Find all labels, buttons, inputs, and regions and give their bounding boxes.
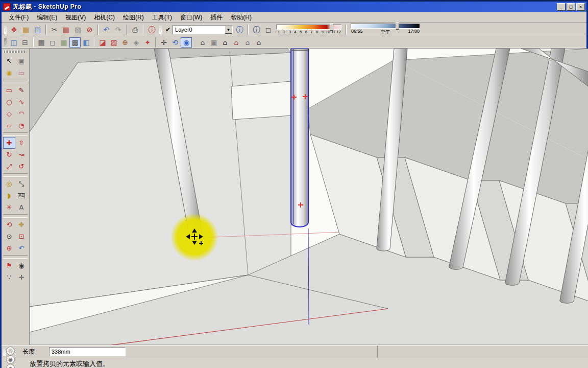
- photo-textures-button[interactable]: ✦: [142, 37, 153, 48]
- menu-item[interactable]: 工具(T): [148, 12, 176, 23]
- offset-tool[interactable]: ↺: [15, 160, 28, 172]
- close-button[interactable]: ✕: [576, 3, 585, 11]
- dimension-tool[interactable]: ⤡: [15, 178, 28, 190]
- iso-view-button[interactable]: ⌂: [197, 37, 208, 48]
- follow-me-tool[interactable]: ↝: [15, 149, 28, 160]
- toolbar-grip[interactable]: [159, 25, 162, 34]
- toolbar-grip[interactable]: [4, 38, 7, 47]
- shadow-toggle-button[interactable]: ◻: [262, 24, 274, 35]
- menu-item[interactable]: 编辑(E): [33, 12, 61, 23]
- time-slider-thumb[interactable]: [396, 22, 399, 30]
- orbit-mode-button[interactable]: ⟲: [169, 37, 181, 48]
- eraser-tool[interactable]: ▭: [15, 67, 28, 79]
- rotate-tool[interactable]: ↻: [3, 149, 15, 160]
- section-display-button[interactable]: ▨: [108, 37, 119, 48]
- look-around-button[interactable]: ◉: [181, 37, 192, 48]
- paste-button[interactable]: ▧: [72, 24, 84, 35]
- position-camera-tool[interactable]: ⚑: [3, 260, 15, 271]
- account-button[interactable]: ☻: [6, 364, 15, 368]
- menu-item[interactable]: 视图(V): [61, 12, 90, 23]
- layer-dropdown-arrow-icon[interactable]: ▼: [225, 26, 232, 34]
- menu-item[interactable]: 帮助(H): [227, 12, 256, 23]
- back-view-button[interactable]: ⌂: [242, 37, 253, 48]
- shadow-time-slider[interactable]: 06:55 中午 17:00: [351, 24, 420, 35]
- back-edges-button[interactable]: ⊟: [19, 37, 31, 48]
- right-view-button[interactable]: ⌂: [231, 37, 242, 48]
- hidden-line-button[interactable]: ◻: [47, 37, 58, 48]
- move-tool[interactable]: ✚: [3, 137, 15, 149]
- palette-grip[interactable]: [4, 51, 27, 53]
- minimize-button[interactable]: _: [557, 3, 566, 11]
- month-slider-track[interactable]: [276, 25, 341, 30]
- top-view-button[interactable]: ▣: [208, 37, 219, 48]
- line-tool[interactable]: ✎: [15, 84, 28, 96]
- paint-bucket-tool[interactable]: ◉: [3, 67, 15, 79]
- layer-manager-button[interactable]: ⓘ: [234, 24, 246, 35]
- menu-item[interactable]: 插件: [206, 12, 227, 23]
- wireframe-button[interactable]: ▦: [36, 37, 47, 48]
- maximize-button[interactable]: □: [567, 3, 575, 11]
- monochrome-button[interactable]: ◧: [81, 37, 92, 48]
- circle-tool[interactable]: ○: [3, 96, 15, 108]
- zoom-tool[interactable]: ⊙: [3, 231, 15, 242]
- rotated-rectangle-tool[interactable]: ▱: [3, 120, 15, 131]
- select-tool-icon: ↖: [7, 58, 12, 64]
- new-button[interactable]: ❖: [8, 24, 20, 35]
- open-button[interactable]: ▦: [20, 24, 32, 35]
- shadow-month-slider[interactable]: 123456789101112: [276, 25, 341, 34]
- protractor-tool[interactable]: ◗: [3, 190, 15, 201]
- navigation-compass-tool[interactable]: ✛: [15, 271, 28, 283]
- tape-measure-tool[interactable]: ◎: [3, 178, 15, 190]
- menu-item[interactable]: 文件(F): [5, 12, 33, 23]
- scale-tool[interactable]: ⤢: [3, 160, 15, 172]
- sketchup-window: 无标题 - SketchUp Pro _ □ ✕ 文件(F)编辑(E)视图(V)…: [0, 0, 588, 368]
- menu-item[interactable]: 窗口(W): [176, 12, 206, 23]
- erase-button[interactable]: ⊘: [84, 24, 95, 35]
- model-info-button[interactable]: ⓘ: [146, 24, 158, 35]
- print-button[interactable]: ⎙: [129, 24, 141, 35]
- left-view-button[interactable]: ⌂: [253, 37, 264, 48]
- text-tool[interactable]: A1: [15, 190, 28, 201]
- cut-button[interactable]: ✂: [48, 24, 60, 35]
- front-view-button[interactable]: ⌂: [219, 37, 231, 48]
- select-tool[interactable]: ↖: [3, 55, 15, 67]
- arc-tool[interactable]: ◠: [15, 108, 28, 120]
- time-slider-track[interactable]: [351, 24, 420, 29]
- shaded-button[interactable]: ■: [58, 37, 69, 48]
- toggle-terrain-button[interactable]: ◈: [131, 37, 142, 48]
- push-pull-tool[interactable]: ⇧: [15, 137, 28, 149]
- zoom-extents-tool[interactable]: ⊕: [3, 242, 15, 254]
- freehand-tool[interactable]: ∿: [15, 96, 28, 108]
- section-plane-button[interactable]: ◪: [97, 37, 108, 48]
- credit-button[interactable]: ◉: [6, 355, 15, 364]
- layer-combo[interactable]: Layer0 ▼: [173, 25, 233, 34]
- walk-tool[interactable]: ∵: [3, 271, 15, 283]
- polygon-tool[interactable]: ◇: [3, 108, 15, 120]
- make-component-tool[interactable]: ▣: [15, 55, 28, 67]
- menu-item[interactable]: 绘图(R): [119, 12, 148, 23]
- position-camera-button[interactable]: ✛: [158, 37, 169, 48]
- model-canvas[interactable]: [30, 49, 588, 345]
- rectangle-tool[interactable]: ▭: [3, 84, 15, 96]
- 3d-text-tool[interactable]: A: [15, 201, 28, 213]
- copy-button[interactable]: ▥: [60, 24, 72, 35]
- orbit-tool[interactable]: ⟲: [3, 219, 15, 231]
- look-around-tool[interactable]: ◉: [15, 260, 28, 271]
- pie-tool[interactable]: ◔: [15, 120, 28, 131]
- xray-mode-button[interactable]: ◫: [8, 37, 19, 48]
- shadow-settings-button[interactable]: ⓘ: [251, 24, 262, 35]
- pan-tool[interactable]: ✥: [15, 219, 28, 231]
- month-slider-thumb[interactable]: [330, 24, 333, 31]
- save-button[interactable]: ▤: [32, 24, 43, 35]
- geolocation-button[interactable]: ◎: [6, 347, 15, 355]
- measurement-input[interactable]: [49, 347, 126, 356]
- toolbar-grip[interactable]: [4, 25, 7, 34]
- undo-button[interactable]: ↶: [101, 24, 112, 35]
- axes-tool[interactable]: ✳: [3, 201, 15, 213]
- add-location-button[interactable]: ⊕: [119, 37, 131, 48]
- shaded-textures-button[interactable]: ▩: [69, 37, 81, 48]
- zoom-window-tool[interactable]: ⊡: [15, 231, 28, 242]
- previous-view-tool[interactable]: ↶: [15, 242, 28, 254]
- menu-item[interactable]: 相机(C): [90, 12, 119, 23]
- redo-button[interactable]: ↷: [112, 24, 124, 35]
